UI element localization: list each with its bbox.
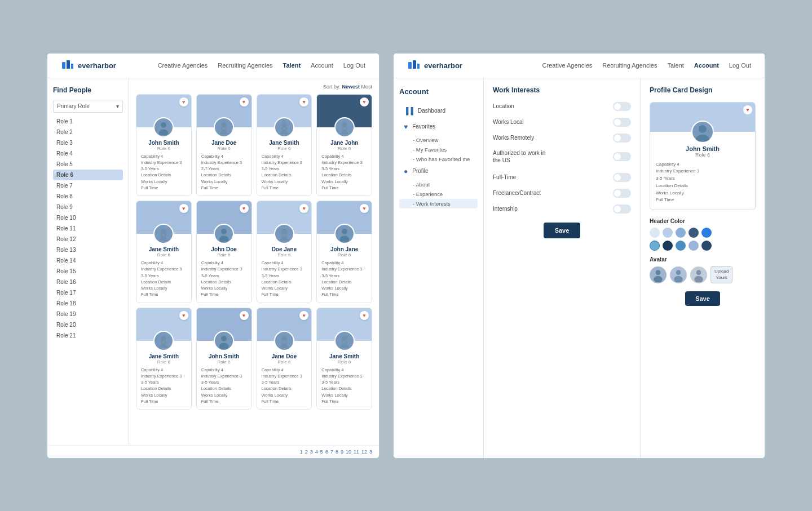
color-dot-4[interactable]: [689, 228, 699, 238]
talent-card[interactable]: ♥ Doe Jane Role 6 Capability 4Industry E…: [257, 201, 312, 303]
wi-works-local-toggle[interactable]: [613, 118, 631, 127]
sidebar-role-role16[interactable]: Role 16: [53, 277, 123, 287]
card-heart-icon[interactable]: ♥: [240, 97, 249, 106]
menu-who-favorited[interactable]: - Who has Favorited me: [399, 154, 478, 164]
work-interests-save-button[interactable]: Save: [544, 223, 581, 238]
avatar-opt-1[interactable]: [650, 266, 667, 283]
sidebar-role-role18[interactable]: Role 18: [53, 298, 123, 309]
card-heart-icon[interactable]: ♥: [299, 204, 308, 213]
right-nav-recruiting[interactable]: Recruiting Agencies: [602, 62, 657, 69]
page-12[interactable]: 3: [369, 449, 372, 455]
wi-location-toggle[interactable]: [613, 102, 631, 111]
page-2[interactable]: 3: [310, 449, 313, 455]
page-1[interactable]: 2: [305, 449, 308, 455]
card-heart-icon[interactable]: ♥: [179, 97, 188, 106]
nav-recruiting-agencies[interactable]: Recruiting Agencies: [218, 62, 272, 69]
card-heart-icon[interactable]: ♥: [179, 311, 188, 320]
menu-dashboard[interactable]: ▐▐ Dashboard: [399, 104, 478, 118]
sidebar-role-role19[interactable]: Role 19: [53, 309, 123, 319]
talent-card[interactable]: ♥ John Smith Role 6 Capability 4Industry…: [136, 94, 192, 197]
page-7[interactable]: 8: [336, 449, 338, 455]
color-dot-2[interactable]: [663, 228, 673, 238]
menu-my-favorites[interactable]: - My Favorites: [399, 145, 478, 154]
right-nav-talent[interactable]: Talent: [668, 62, 684, 69]
sidebar-role-role4[interactable]: Role 4: [53, 148, 123, 159]
wi-works-remotely-toggle[interactable]: [613, 134, 631, 143]
card-heart-icon[interactable]: ♥: [240, 204, 249, 213]
menu-overview[interactable]: - Overview: [399, 135, 478, 145]
sidebar-role-role9[interactable]: Role 9: [53, 202, 123, 212]
page-0[interactable]: 1: [300, 449, 303, 455]
sidebar-role-role13[interactable]: Role 13: [53, 245, 123, 255]
talent-card[interactable]: ♥ Jane Smith Role 6 Capability 4Industry…: [136, 201, 192, 303]
color-dot-10[interactable]: [701, 241, 712, 251]
color-dot-1[interactable]: [650, 228, 660, 238]
nav-talent[interactable]: Talent: [283, 62, 301, 69]
sidebar-role-role6[interactable]: Role 6: [53, 170, 123, 180]
color-dot-9[interactable]: [689, 241, 699, 251]
page-10[interactable]: 11: [354, 449, 359, 455]
right-logo[interactable]: everharbor: [407, 59, 462, 72]
card-heart-icon[interactable]: ♥: [299, 97, 308, 106]
wi-fulltime-toggle[interactable]: [613, 173, 631, 182]
menu-about[interactable]: - About: [399, 180, 478, 189]
talent-card[interactable]: ♥ Jane John Role 6 Capability 4Industry …: [316, 94, 372, 197]
sidebar-role-role2[interactable]: Role 2: [53, 127, 123, 137]
page-5[interactable]: 6: [325, 449, 328, 455]
sidebar-role-role17[interactable]: Role 17: [53, 287, 123, 298]
right-nav-account[interactable]: Account: [694, 62, 719, 69]
menu-profile[interactable]: ● Profile: [399, 164, 478, 179]
color-dot-8[interactable]: [676, 241, 686, 251]
sidebar-role-role21[interactable]: Role 21: [53, 330, 123, 341]
page-6[interactable]: 7: [330, 449, 333, 455]
card-heart-icon[interactable]: ♥: [360, 204, 369, 213]
talent-card[interactable]: ♥ Jane Smith Role 6 Capability 4Industry…: [257, 94, 312, 197]
color-dot-6[interactable]: [650, 241, 660, 251]
sidebar-role-role11[interactable]: Role 11: [53, 223, 123, 234]
sidebar-role-role10[interactable]: Role 10: [53, 212, 123, 223]
sidebar-role-role1[interactable]: Role 1: [53, 116, 123, 127]
card-heart-icon[interactable]: ♥: [360, 97, 369, 106]
card-heart-icon[interactable]: ♥: [299, 311, 308, 320]
sidebar-role-role7[interactable]: Role 7: [53, 180, 123, 191]
sidebar-role-role12[interactable]: Role 12: [53, 234, 123, 245]
right-nav-creative[interactable]: Creative Agencies: [542, 62, 593, 69]
sidebar-role-role5[interactable]: Role 5: [53, 159, 123, 170]
sidebar-role-role14[interactable]: Role 14: [53, 255, 123, 266]
primary-role-filter[interactable]: Primary Role ▾: [53, 100, 123, 113]
card-heart-icon[interactable]: ♥: [360, 311, 369, 320]
page-9[interactable]: 10: [346, 449, 351, 455]
talent-card[interactable]: ♥ Jane Doe Role 6 Capability 4Industry E…: [257, 308, 312, 410]
talent-card[interactable]: ♥ John Smith Role 6 Capability 4Industry…: [196, 308, 252, 410]
menu-experience[interactable]: - Experience: [399, 189, 478, 199]
talent-card[interactable]: ♥ Jane Smith Role 6 Capability 4Industry…: [316, 308, 372, 410]
page-4[interactable]: 5: [320, 449, 323, 455]
talent-card[interactable]: ♥ Jane Doe Role 6 Capability 4Industry E…: [196, 94, 252, 197]
wi-authorized-toggle[interactable]: [613, 152, 631, 161]
sidebar-role-role3[interactable]: Role 3: [53, 137, 123, 148]
avatar-opt-3[interactable]: [690, 266, 707, 283]
sidebar-role-role15[interactable]: Role 15: [53, 266, 123, 277]
nav-creative-agencies[interactable]: Creative Agencies: [158, 62, 208, 69]
menu-favorites[interactable]: ♥ Favorites: [399, 119, 478, 134]
card-heart-icon[interactable]: ♥: [179, 204, 188, 213]
avatar-opt-2[interactable]: [670, 266, 687, 283]
sort-value[interactable]: Newest: [342, 84, 360, 90]
right-nav-logout[interactable]: Log Out: [729, 62, 751, 69]
sidebar-role-role20[interactable]: Role 20: [53, 319, 123, 330]
talent-card[interactable]: ♥ John Doe Role 6 Capability 4Industry E…: [196, 201, 252, 303]
page-8[interactable]: 9: [341, 449, 343, 455]
color-dot-7[interactable]: [663, 241, 673, 251]
left-logo[interactable]: everharbor: [61, 59, 116, 72]
card-heart-icon[interactable]: ♥: [240, 311, 249, 320]
talent-card[interactable]: ♥ John Jane Role 6 Capability 4Industry …: [316, 201, 372, 303]
talent-card[interactable]: ♥ Jane Smith Role 6 Capability 4Industry…: [136, 308, 192, 410]
sidebar-role-role8[interactable]: Role 8: [53, 191, 123, 202]
menu-work-interests[interactable]: - Work Interests: [399, 199, 478, 208]
wi-freelance-toggle[interactable]: [613, 189, 631, 198]
profile-design-save-button[interactable]: Save: [685, 291, 720, 306]
upload-avatar-button[interactable]: UploadYours: [710, 266, 732, 283]
nav-account[interactable]: Account: [311, 62, 333, 69]
page-11[interactable]: 12: [361, 449, 367, 455]
page-3[interactable]: 4: [315, 449, 318, 455]
